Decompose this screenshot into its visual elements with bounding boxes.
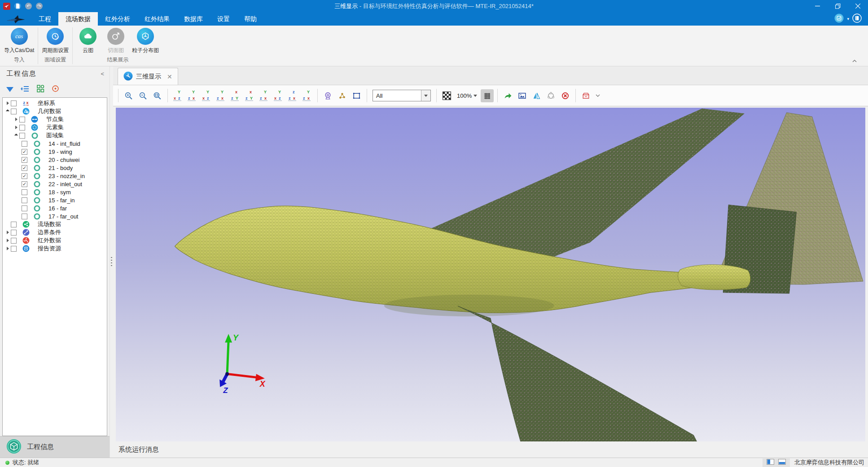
tree-expander-icon[interactable] [13,118,19,121]
maximize-icon[interactable] [828,0,848,12]
package-export-icon[interactable] [579,89,592,102]
tree-item[interactable]: 15 - far_in [3,196,107,204]
tree-item[interactable]: ✓21 - body [3,164,107,172]
package-dropdown-icon[interactable] [594,94,602,97]
filter-icon[interactable] [6,87,13,92]
project-info-button[interactable]: 工程信息 [0,436,110,458]
tree-checkbox[interactable]: ✓ [22,149,27,155]
combo-dropdown-icon[interactable] [421,90,430,101]
tree-item[interactable]: ✓22 - inlet_out [3,180,107,188]
tree-checkbox[interactable] [11,222,17,227]
export-share-icon[interactable] [501,89,514,102]
tree-item[interactable]: 红外数据 [3,236,107,244]
tree-expander-icon[interactable] [4,247,11,250]
tree-checkbox[interactable] [11,238,17,244]
tree-item[interactable]: ✓23 - nozzle_in [3,172,107,180]
tree-checkbox[interactable] [19,125,25,131]
periodic-surface-settings-button[interactable]: 周期面设置 [39,28,71,54]
tree-checkbox[interactable] [22,205,27,211]
view-iso-4-icon[interactable]: Yzx [301,89,314,102]
tree-checkbox[interactable] [19,117,25,122]
view-bottom-icon[interactable]: xzY [243,89,256,102]
tree-item[interactable]: 节点集 [3,115,107,123]
menu-item-工程[interactable]: 工程 [31,12,58,26]
menu-item-设置[interactable]: 设置 [210,12,237,26]
tree-checkbox[interactable] [11,109,17,114]
tree-item[interactable]: 16 - far [3,204,107,212]
window-layout-icon[interactable] [834,13,844,24]
view-right-icon[interactable]: Yzx [215,89,228,102]
manual-icon[interactable] [852,13,862,24]
close-icon[interactable] [848,0,868,12]
tree-checkbox[interactable] [22,141,27,147]
panel-collapse-icon[interactable]: < [101,70,104,77]
particle-pick-icon[interactable] [336,89,349,102]
zoom-in-icon[interactable] [122,89,135,102]
probe-camera-icon[interactable] [321,89,334,102]
tree-item[interactable]: 流场数据 [3,220,107,228]
view-front-icon[interactable]: Yxz [171,89,184,102]
menu-item-流场数据[interactable]: 流场数据 [58,12,98,26]
tree-checkbox[interactable]: ✓ [22,165,27,171]
menu-item-红外分析[interactable]: 红外分析 [98,12,137,26]
tree-item[interactable]: 面域集 [3,131,107,140]
ribbon-collapse-icon[interactable] [851,58,858,63]
tree-checkbox[interactable] [11,246,17,252]
app-menu-button[interactable] [3,3,10,10]
menu-item-帮助[interactable]: 帮助 [237,12,264,26]
tree-item[interactable]: 元素集 [3,123,107,131]
minimize-icon[interactable] [807,0,828,12]
menubar-dropdown-icon[interactable]: ▾ [847,17,849,21]
zoom-out-icon[interactable] [136,89,149,102]
tree-checkbox[interactable] [22,189,27,195]
tree-checkbox[interactable] [11,230,17,236]
tab-close-icon[interactable]: ✕ [167,73,172,80]
tree-checkbox[interactable] [22,197,27,203]
tree-item[interactable]: 17 - far_out [3,212,107,220]
tree-expander-icon[interactable] [4,239,11,242]
tree-item[interactable]: ✓20 - chuiwei [3,156,107,164]
list-view-icon[interactable] [21,85,30,94]
tree-item[interactable]: 18 - sym [3,188,107,196]
tree-expander-icon[interactable] [4,110,11,113]
tree-item[interactable]: 几何数据 [3,107,107,115]
particle-distribution-map-button[interactable]: 粒子分布图 [130,28,161,54]
view-left-icon[interactable]: Yxz [200,89,213,102]
transparency-icon[interactable] [440,89,453,102]
tree-item[interactable]: ✓19 - wing [3,148,107,156]
tree-item[interactable]: 14 - int_fluid [3,140,107,148]
tree-checkbox[interactable]: ✓ [22,157,27,163]
tree-expander-icon[interactable] [13,126,19,129]
tree-checkbox[interactable]: ✓ [22,173,27,179]
locate-icon[interactable] [52,85,59,94]
panel-splitter[interactable] [110,66,113,458]
tree-checkbox[interactable] [19,133,25,139]
clear-all-icon[interactable] [559,89,572,102]
tree-checkbox[interactable]: ✓ [22,181,27,187]
grid-icon[interactable] [481,89,494,102]
zoom-fit-icon[interactable] [151,89,164,102]
tree-expander-icon[interactable] [4,231,11,234]
tab-3d-view[interactable]: 三维显示 ✕ [118,68,178,85]
view-iso-2-icon[interactable]: Yxz [272,89,285,102]
box-select-icon[interactable] [350,89,363,102]
view-top-icon[interactable]: xzY [229,89,242,102]
redo-icon[interactable]: ↷ [36,3,43,9]
tree-checkbox[interactable] [11,100,17,106]
tree-item[interactable]: 边界条件 [3,228,107,236]
menu-item-红外结果[interactable]: 红外结果 [137,12,177,26]
undo-icon[interactable]: ↶ [25,3,32,9]
snapshot-icon[interactable] [516,89,529,102]
tree-item[interactable]: 报告资源 [3,244,107,253]
import-cas-dat-button[interactable]: cas导入Cas/Dat [2,28,36,54]
tree-checkbox[interactable] [22,214,27,219]
view-iso-1-icon[interactable]: Yzx [258,89,271,102]
grid-view-icon[interactable] [37,85,44,94]
view-iso-3-icon[interactable]: zzx [286,89,299,102]
menu-item-数据库[interactable]: 数据库 [177,12,210,26]
new-document-icon[interactable] [14,3,21,9]
viewport-3d[interactable]: Y X Z [116,108,865,441]
display-filter-combo[interactable]: All [373,90,431,101]
cloud-map-button[interactable]: 云图 [74,28,102,54]
mirror-icon[interactable] [530,89,543,102]
